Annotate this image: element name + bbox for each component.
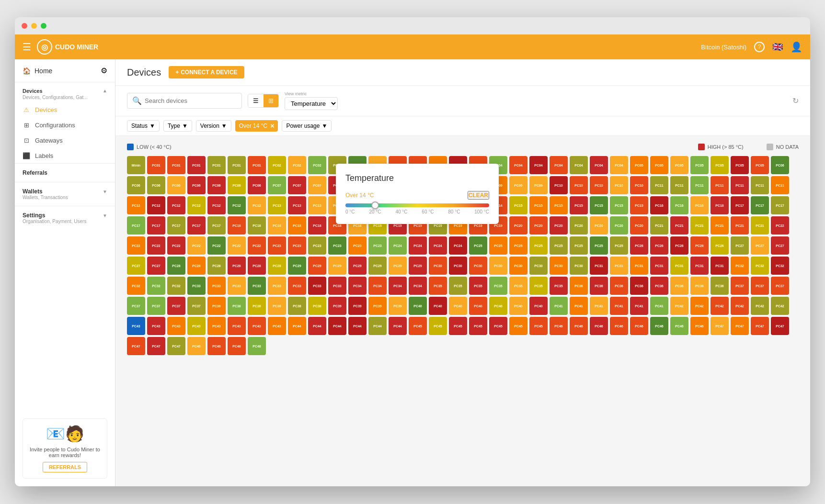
device-tile[interactable]: PC12 xyxy=(187,196,206,214)
device-tile[interactable]: PC18 xyxy=(308,216,326,235)
device-tile[interactable]: PC47 xyxy=(127,337,145,355)
device-tile[interactable]: PC35 xyxy=(509,277,527,295)
device-tile[interactable]: PC32 xyxy=(167,277,185,295)
device-tile[interactable]: PC18 xyxy=(228,216,246,235)
clear-filter-icon[interactable]: × xyxy=(270,122,274,130)
device-tile[interactable]: PC25 xyxy=(529,236,548,255)
device-tile[interactable]: PC20 xyxy=(570,216,588,235)
device-tile[interactable]: PC30 xyxy=(570,257,588,275)
device-tile[interactable]: PC04 xyxy=(509,156,527,174)
device-tile[interactable]: PC44 xyxy=(368,317,387,335)
temp-slider-track[interactable] xyxy=(345,203,489,207)
device-tile[interactable]: PC26 xyxy=(670,236,688,255)
settings-icon[interactable]: ⚙ xyxy=(101,66,107,75)
device-tile[interactable]: PC11 xyxy=(670,176,688,194)
device-tile[interactable]: PC16 xyxy=(690,196,709,214)
device-tile[interactable]: PC15 xyxy=(610,196,628,214)
device-tile[interactable]: PC45 xyxy=(509,317,527,335)
device-tile[interactable]: PC13 xyxy=(268,196,286,214)
device-tile[interactable]: PC35 xyxy=(550,277,568,295)
device-tile[interactable]: PC46 xyxy=(590,317,608,335)
device-tile[interactable]: PC26 xyxy=(630,236,648,255)
device-tile[interactable]: PC36 xyxy=(650,277,668,295)
device-tile[interactable]: PC17 xyxy=(731,196,749,214)
device-tile[interactable]: PC46 xyxy=(630,317,648,335)
device-tile[interactable]: PC30 xyxy=(449,257,467,275)
device-tile[interactable]: PC40 xyxy=(449,297,467,315)
device-tile[interactable]: PC40 xyxy=(429,297,447,315)
device-tile[interactable]: PC30 xyxy=(550,257,568,275)
device-tile[interactable]: PC41 xyxy=(630,297,648,315)
refresh-button[interactable]: ↻ xyxy=(792,96,799,105)
active-filter-tag[interactable]: Over 14 °C × xyxy=(235,120,278,132)
device-tile[interactable]: PC26 xyxy=(710,236,729,255)
device-tile[interactable]: PC41 xyxy=(590,297,608,315)
device-tile[interactable]: PC07 xyxy=(268,176,286,194)
device-tile[interactable]: PC24 xyxy=(429,236,447,255)
device-tile[interactable]: PC02 xyxy=(308,156,326,174)
device-tile[interactable]: PC16 xyxy=(670,196,688,214)
device-tile[interactable]: PC38 xyxy=(228,297,246,315)
device-tile[interactable]: PC11 xyxy=(731,176,749,194)
currency-label[interactable]: Bitcoin (Satoshi) xyxy=(701,44,746,51)
device-tile[interactable]: PC32 xyxy=(751,257,769,275)
device-tile[interactable]: PC41 xyxy=(650,297,668,315)
device-tile[interactable]: PC20 xyxy=(630,216,648,235)
device-tile[interactable]: PC15 xyxy=(630,196,648,214)
device-tile[interactable]: PC20 xyxy=(610,216,628,235)
device-tile[interactable]: PC36 xyxy=(630,277,648,295)
device-tile[interactable]: PC28 xyxy=(228,257,246,275)
device-tile[interactable]: PC38 xyxy=(288,297,306,315)
device-tile[interactable]: PC37 xyxy=(187,297,206,315)
sidebar-home-item[interactable]: 🏠 Home xyxy=(23,67,52,75)
device-tile[interactable]: PC45 xyxy=(529,317,548,335)
device-tile[interactable]: PC40 xyxy=(409,297,427,315)
device-tile[interactable]: PC44 xyxy=(348,317,367,335)
device-tile[interactable]: PC31 xyxy=(610,257,628,275)
type-filter[interactable]: Type ▼ xyxy=(163,120,192,132)
device-tile[interactable]: PC30 xyxy=(509,257,527,275)
device-tile[interactable]: PC41 xyxy=(550,297,568,315)
device-tile[interactable]: PC04 xyxy=(610,156,628,174)
device-tile[interactable]: PC12 xyxy=(207,196,226,214)
help-icon[interactable]: ? xyxy=(754,42,765,52)
device-tile[interactable]: PC33 xyxy=(308,277,326,295)
device-tile[interactable]: PC39 xyxy=(328,297,346,315)
device-tile[interactable]: PC42 xyxy=(731,297,749,315)
device-tile[interactable]: PC26 xyxy=(650,236,668,255)
device-tile[interactable]: PC12 xyxy=(147,196,165,214)
metric-select[interactable]: Temperature xyxy=(285,97,338,110)
device-tile[interactable]: PC33 xyxy=(268,277,286,295)
device-tile[interactable]: PC29 xyxy=(328,257,346,275)
device-tile[interactable]: PC01 xyxy=(167,156,185,174)
device-tile[interactable]: PC44 xyxy=(328,317,346,335)
version-filter[interactable]: Version ▼ xyxy=(196,120,231,132)
device-tile[interactable]: PC20 xyxy=(509,216,527,235)
device-tile[interactable]: PC39 xyxy=(389,297,407,315)
device-tile[interactable]: PC34 xyxy=(368,277,387,295)
device-tile[interactable]: PC48 xyxy=(248,337,266,355)
device-tile[interactable]: PC11 xyxy=(690,176,709,194)
device-tile[interactable]: PC05 xyxy=(731,156,749,174)
sidebar-item-devices[interactable]: ⚠ Devices xyxy=(15,102,115,117)
device-tile[interactable]: PC35 xyxy=(429,277,447,295)
device-tile[interactable]: PC09 xyxy=(529,176,548,194)
device-tile[interactable]: PC21 xyxy=(670,216,688,235)
clear-button[interactable]: CLEAR xyxy=(468,191,489,200)
device-tile[interactable]: PC40 xyxy=(529,297,548,315)
device-tile[interactable]: PC36 xyxy=(690,277,709,295)
device-tile[interactable]: PC43 xyxy=(187,317,206,335)
device-tile[interactable]: PC29 xyxy=(288,257,306,275)
flag-icon[interactable]: 🇬🇧 xyxy=(772,42,783,52)
device-tile[interactable]: PC07 xyxy=(308,176,326,194)
sidebar-item-gateways[interactable]: ⊡ Gateways xyxy=(15,133,115,148)
device-tile[interactable]: PC37 xyxy=(771,277,789,295)
device-tile[interactable]: PC22 xyxy=(248,236,266,255)
device-tile[interactable]: PC27 xyxy=(147,257,165,275)
device-tile[interactable]: PC31 xyxy=(670,257,688,275)
device-tile[interactable]: PC36 xyxy=(590,277,608,295)
device-tile[interactable]: PC25 xyxy=(550,236,568,255)
device-tile[interactable]: PC42 xyxy=(751,297,769,315)
device-tile[interactable]: PC15 xyxy=(590,196,608,214)
device-tile[interactable]: PC18 xyxy=(268,216,286,235)
